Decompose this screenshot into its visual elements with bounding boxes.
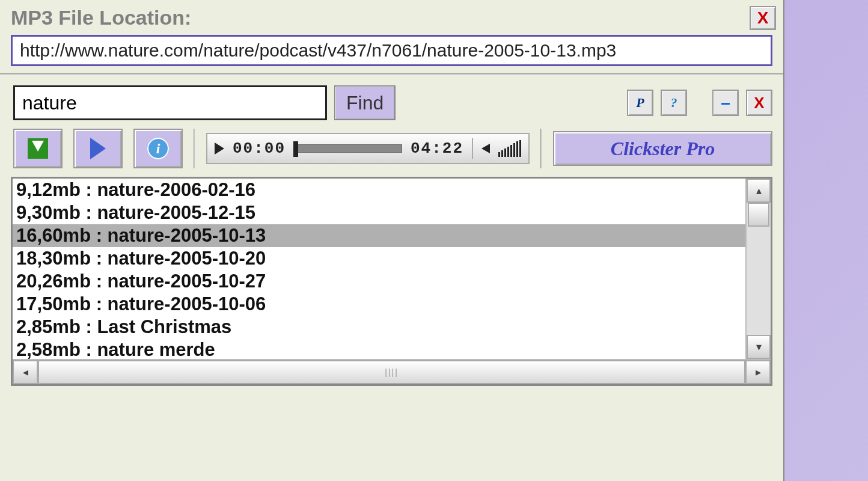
info-button[interactable]: i bbox=[133, 129, 183, 168]
player-play-icon[interactable] bbox=[215, 142, 224, 155]
play-button[interactable] bbox=[73, 129, 123, 168]
scroll-down-button[interactable]: ▾ bbox=[747, 335, 771, 359]
volume-icon bbox=[481, 144, 490, 153]
elapsed-time: 00:00 bbox=[233, 139, 286, 158]
result-row[interactable]: 20,26mb : nature-2005-10-27 bbox=[13, 270, 745, 293]
scroll-up-button[interactable]: ▴ bbox=[747, 179, 771, 203]
divider bbox=[0, 73, 783, 75]
vertical-separator-2 bbox=[540, 129, 542, 168]
progress-bar[interactable] bbox=[294, 144, 402, 153]
result-row[interactable]: 16,60mb : nature-2005-10-13 bbox=[13, 224, 745, 247]
app-window: MP3 File Location: X Find P ? – X i 00:0… bbox=[0, 0, 784, 481]
audio-player: 00:00 04:22 bbox=[206, 133, 530, 164]
info-icon: i bbox=[147, 138, 169, 159]
results-panel: 9,12mb : nature-2006-02-169,30mb : natur… bbox=[11, 177, 772, 386]
results-list[interactable]: 9,12mb : nature-2006-02-169,30mb : natur… bbox=[13, 179, 745, 359]
search-row: Find P ? – X bbox=[0, 81, 783, 129]
horizontal-scrollbar[interactable]: ◂ |||| ▸ bbox=[13, 359, 771, 384]
close-button[interactable]: X bbox=[750, 6, 776, 30]
find-button[interactable]: Find bbox=[334, 85, 396, 120]
result-row[interactable]: 2,85mb : Last Christmas bbox=[13, 316, 745, 339]
volume-slider[interactable] bbox=[498, 140, 521, 157]
result-row[interactable]: 2,58mb : nature merde bbox=[13, 339, 745, 359]
result-row[interactable]: 17,50mb : nature-2005-10-06 bbox=[13, 293, 745, 316]
file-location-label: MP3 File Location: bbox=[11, 6, 750, 29]
toolbar-row: i 00:00 04:22 Clickster Pro bbox=[0, 129, 783, 177]
vertical-scrollbar[interactable]: ▴ ▾ bbox=[745, 179, 771, 359]
vertical-scroll-track[interactable] bbox=[747, 203, 771, 335]
help-icon[interactable]: ? bbox=[661, 90, 687, 116]
progress-knob[interactable] bbox=[293, 141, 298, 157]
download-button[interactable] bbox=[13, 129, 63, 168]
player-separator bbox=[472, 138, 473, 159]
horizontal-scroll-thumb[interactable]: |||| bbox=[38, 360, 745, 384]
total-time: 04:22 bbox=[411, 139, 463, 158]
vertical-scroll-thumb[interactable] bbox=[748, 203, 769, 227]
header-row: MP3 File Location: X bbox=[0, 0, 783, 35]
scroll-left-button[interactable]: ◂ bbox=[13, 360, 38, 384]
clickster-pro-button[interactable]: Clickster Pro bbox=[553, 131, 772, 166]
scroll-right-button[interactable]: ▸ bbox=[745, 360, 771, 384]
vertical-separator bbox=[194, 129, 195, 168]
close-button-2[interactable]: X bbox=[746, 90, 772, 116]
url-input[interactable] bbox=[11, 35, 772, 66]
search-input[interactable] bbox=[13, 85, 327, 120]
result-row[interactable]: 18,30mb : nature-2005-10-20 bbox=[13, 247, 745, 270]
result-row[interactable]: 9,12mb : nature-2006-02-16 bbox=[13, 179, 745, 201]
result-row[interactable]: 9,30mb : nature-2005-12-15 bbox=[13, 201, 745, 224]
download-icon bbox=[28, 138, 48, 159]
paypal-icon[interactable]: P bbox=[627, 90, 653, 116]
minimize-button[interactable]: – bbox=[712, 90, 739, 116]
play-icon bbox=[90, 138, 106, 159]
